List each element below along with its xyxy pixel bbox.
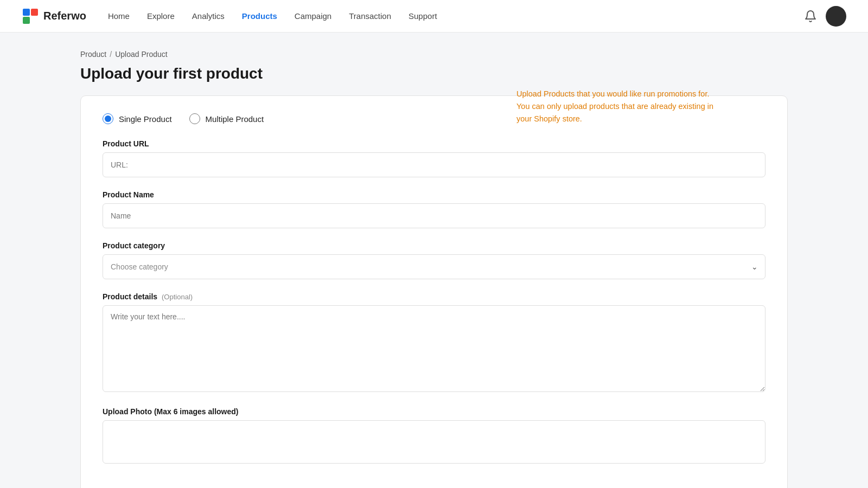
product-url-group: Product URL <box>103 139 765 177</box>
product-details-optional: (Optional) <box>162 293 193 301</box>
single-product-option[interactable]: Single Product <box>103 113 172 124</box>
svg-rect-1 <box>31 9 38 16</box>
form-card: Single Product Multiple Product Product … <box>80 95 788 488</box>
product-category-label: Product category <box>103 241 765 250</box>
nav-home[interactable]: Home <box>108 11 130 21</box>
nav-analytics[interactable]: Analytics <box>192 11 225 21</box>
upload-photo-box[interactable] <box>103 420 765 464</box>
product-url-input[interactable] <box>103 152 765 177</box>
breadcrumb-parent: Product <box>80 50 106 59</box>
page-title: Upload your first product <box>80 65 788 82</box>
product-name-label: Product Name <box>103 190 765 199</box>
breadcrumb: Product / Upload Product <box>80 50 788 59</box>
product-category-select[interactable]: Choose category <box>103 254 765 279</box>
single-product-radio[interactable] <box>103 113 113 124</box>
notification-bell-icon[interactable] <box>804 10 817 23</box>
product-details-group: Product details (Optional) <box>103 292 765 394</box>
multiple-product-label: Multiple Product <box>206 114 264 124</box>
nav-right <box>804 6 846 27</box>
avatar[interactable] <box>826 6 846 27</box>
nav-transaction[interactable]: Transaction <box>349 11 391 21</box>
logo-text: Referwo <box>43 10 86 22</box>
logo-icon <box>22 8 39 25</box>
product-category-group: Product category Choose category ⌄ <box>103 241 765 279</box>
main-content: Product / Upload Product Upload your fir… <box>54 33 814 488</box>
product-name-group: Product Name <box>103 190 765 228</box>
info-message: Upload Products that you would like run … <box>516 88 723 126</box>
svg-rect-2 <box>23 17 30 24</box>
product-category-select-wrapper: Choose category ⌄ <box>103 254 765 279</box>
navbar: Referwo Home Explore Analytics Products … <box>0 0 868 33</box>
breadcrumb-current: Upload Product <box>115 50 168 59</box>
product-name-input[interactable] <box>103 203 765 228</box>
multiple-product-option[interactable]: Multiple Product <box>189 113 264 124</box>
svg-rect-0 <box>23 9 30 16</box>
nav-links: Home Explore Analytics Products Campaign… <box>108 11 804 21</box>
logo[interactable]: Referwo <box>22 8 86 25</box>
breadcrumb-separator: / <box>110 50 112 59</box>
upload-photo-label: Upload Photo (Max 6 images allowed) <box>103 407 765 416</box>
product-details-textarea[interactable] <box>103 305 765 392</box>
nav-explore[interactable]: Explore <box>147 11 175 21</box>
nav-support[interactable]: Support <box>409 11 437 21</box>
page-header: Product / Upload Product Upload your fir… <box>80 50 788 82</box>
product-url-label: Product URL <box>103 139 765 148</box>
nav-campaign[interactable]: Campaign <box>295 11 331 21</box>
nav-products[interactable]: Products <box>242 11 277 21</box>
upload-photo-group: Upload Photo (Max 6 images allowed) <box>103 407 765 464</box>
multiple-product-radio[interactable] <box>189 113 200 124</box>
product-details-label: Product details (Optional) <box>103 292 765 301</box>
single-product-label: Single Product <box>119 114 172 124</box>
